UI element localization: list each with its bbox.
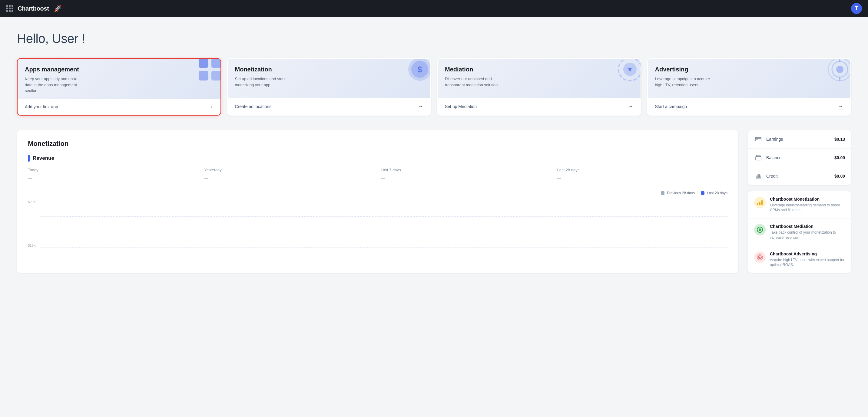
stat-last28-label: Last 28 days: [557, 168, 728, 172]
stat-last7-value: –: [381, 174, 551, 182]
chart-y-label-20k: $20K: [28, 200, 36, 204]
card-monetization-desc: Set up ad locations and start monetizing…: [235, 76, 296, 88]
finance-row-credit-left: Credit: [754, 172, 777, 180]
stat-yesterday-label: Yesterday: [205, 168, 375, 172]
promo-monetization[interactable]: Chartboost Monetization Leverage industr…: [748, 191, 851, 219]
finance-row-balance-left: Balance: [754, 153, 782, 162]
chart-y-label-15k: $15K: [28, 244, 36, 247]
card-advertising[interactable]: Advertising Leverage campaigns to acquir…: [647, 58, 851, 115]
promo-advertising-icon: [754, 251, 766, 263]
card-mediation-bottom[interactable]: Set up Mediation →: [438, 98, 641, 114]
promo-advertising-text: Chartboost Advertising Acquire high LTV …: [770, 251, 845, 268]
promo-mediation-icon: [754, 224, 766, 236]
balance-icon: [754, 153, 763, 162]
feature-cards-row: Apps management Keep your apps tidy and …: [17, 58, 851, 115]
card-mediation-title: Mediation: [445, 66, 633, 73]
svg-rect-26: [759, 202, 761, 205]
card-advertising-bottom[interactable]: Start a campaign →: [648, 98, 851, 114]
monetization-panel-title: Monetization: [28, 140, 727, 148]
card-apps-management-top: Apps management Keep your apps tidy and …: [18, 59, 220, 99]
stat-today-value: –: [28, 174, 198, 182]
promo-mediation-text: Chartboost Mediation Take back control o…: [770, 224, 845, 240]
card-mediation-top: ★ Mediation Discover our unbiased and tr…: [438, 59, 641, 98]
card-advertising-icon: [826, 59, 850, 87]
card-advertising-desc: Leverage campaigns to acquire high LTV, …: [655, 76, 716, 88]
chart-area: $20K $15K: [28, 200, 727, 254]
chart-line-top: [40, 200, 727, 200]
card-advertising-top: Advertising Leverage campaigns to acquir…: [648, 59, 851, 98]
card-advertising-title: Advertising: [655, 66, 843, 73]
finance-row-credit: Credit $0.00: [748, 167, 851, 185]
grid-menu-icon[interactable]: [6, 5, 13, 12]
legend-last28-label: Last 28 days: [707, 191, 727, 195]
promo-advertising-desc: Acquire high LTV users with expert suppo…: [770, 257, 845, 268]
revenue-title: Revenue: [33, 155, 54, 161]
monetization-panel: Monetization Revenue Today – Yesterday –…: [17, 130, 738, 273]
svg-rect-25: [757, 203, 758, 205]
legend-last28-dot: [701, 191, 705, 195]
header: Chartboost 🚀 T: [0, 0, 868, 17]
right-panel: Earnings $0.13 Balance $0.0: [748, 130, 851, 273]
svg-point-29: [759, 229, 761, 231]
stat-today-label: Today: [28, 168, 198, 172]
chart-lines: [40, 200, 727, 247]
bottom-section: Monetization Revenue Today – Yesterday –…: [17, 130, 851, 273]
promo-monetization-icon: [754, 197, 766, 208]
card-apps-management-arrow: →: [208, 104, 213, 110]
card-apps-management-desc: Keep your apps tidy and up-to-date in th…: [25, 76, 85, 94]
finance-balance-value: $0.00: [834, 155, 845, 160]
svg-rect-24: [759, 174, 760, 177]
revenue-stats-row: Today – Yesterday – Last 7 days – Last 2…: [28, 168, 727, 182]
earnings-icon: [754, 135, 763, 143]
stat-today: Today –: [28, 168, 198, 182]
finance-row-earnings-left: Earnings: [754, 135, 783, 143]
svg-rect-22: [757, 174, 757, 177]
promo-monetization-text: Chartboost Monetization Leverage industr…: [770, 197, 845, 213]
chart-legend: Previous 28 days Last 28 days: [28, 191, 727, 195]
logo-icon: 🚀: [54, 5, 61, 12]
finance-earnings-value: $0.13: [834, 137, 845, 142]
card-advertising-arrow: →: [838, 103, 843, 109]
svg-point-32: [759, 256, 761, 258]
legend-last28: Last 28 days: [701, 191, 727, 195]
greeting-heading: Hello, User !: [17, 32, 851, 46]
logo-text: Chartboost: [18, 5, 49, 12]
card-monetization-arrow: →: [417, 103, 423, 109]
promo-monetization-desc: Leverage industry-leading demand to boos…: [770, 203, 845, 213]
stat-last7: Last 7 days –: [381, 168, 551, 182]
finance-row-balance: Balance $0.00: [748, 148, 851, 167]
chart-line-low: [40, 233, 727, 233]
promo-mediation-title: Chartboost Mediation: [770, 224, 845, 229]
promo-mediation[interactable]: Chartboost Mediation Take back control o…: [748, 218, 851, 246]
card-monetization-bottom[interactable]: Create ad locations →: [228, 98, 431, 114]
svg-rect-19: [756, 155, 760, 157]
card-monetization-link: Create ad locations: [235, 104, 272, 109]
card-monetization-top: $ Monetization Set up ad locations and s…: [228, 59, 431, 98]
chart-y-labels: $20K $15K: [28, 200, 36, 247]
avatar[interactable]: T: [851, 3, 862, 14]
stat-yesterday: Yesterday –: [205, 168, 375, 182]
svg-rect-27: [762, 200, 763, 205]
promo-cards: Chartboost Monetization Leverage industr…: [748, 191, 851, 273]
promo-advertising-title: Chartboost Advertising: [770, 251, 845, 256]
card-monetization[interactable]: $ Monetization Set up ad locations and s…: [227, 58, 431, 115]
stat-last28: Last 28 days –: [557, 168, 728, 182]
stat-last7-label: Last 7 days: [381, 168, 551, 172]
card-mediation-link: Set up Mediation: [445, 104, 477, 109]
card-mediation-icon: ★: [616, 59, 641, 87]
card-apps-management-bottom[interactable]: Add your first app →: [18, 99, 220, 115]
card-monetization-title: Monetization: [235, 66, 424, 73]
promo-advertising[interactable]: Chartboost Advertising Acquire high LTV …: [748, 246, 851, 273]
card-apps-management-title: Apps management: [25, 66, 213, 73]
promo-mediation-desc: Take back control of your monetization t…: [770, 230, 845, 240]
card-advertising-link: Start a campaign: [655, 104, 687, 109]
main-content: Hello, User ! Apps management Keep your …: [0, 17, 868, 285]
chart-line-mid: [40, 216, 727, 217]
revenue-header: Revenue: [28, 155, 727, 162]
card-apps-management[interactable]: Apps management Keep your apps tidy and …: [17, 58, 221, 115]
legend-prev28-label: Previous 28 days: [667, 191, 695, 195]
stat-yesterday-value: –: [205, 174, 375, 182]
promo-monetization-title: Chartboost Monetization: [770, 197, 845, 202]
svg-rect-17: [756, 139, 758, 140]
card-mediation[interactable]: ★ Mediation Discover our unbiased and tr…: [437, 58, 641, 115]
